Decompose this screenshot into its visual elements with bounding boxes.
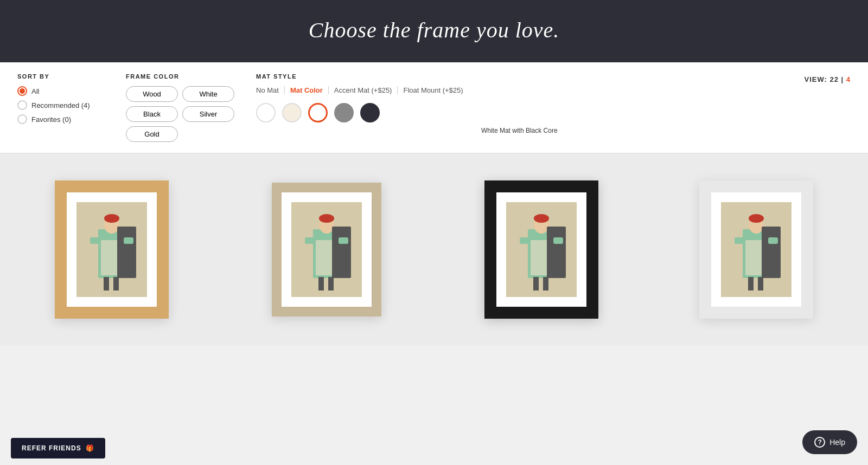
swatch-off-white[interactable] (282, 103, 302, 122)
svg-rect-28 (520, 237, 529, 244)
frame-mat-4 (711, 192, 801, 307)
view-separator: | (841, 75, 846, 83)
sort-by-label: SORT BY (17, 73, 104, 80)
frame-color-grid: Wood White Black Silver Gold (126, 86, 234, 142)
sort-all[interactable]: All (17, 86, 104, 96)
sort-all-label: All (31, 87, 39, 95)
swatch-dark[interactable] (360, 103, 380, 122)
svg-rect-29 (553, 237, 563, 244)
frame-black (484, 180, 598, 319)
sort-recommended-radio[interactable] (17, 100, 27, 110)
product-card-1[interactable] (11, 170, 213, 330)
frame-tan (272, 183, 381, 317)
mat-style-label: MAT STYLE (256, 73, 782, 80)
svg-rect-38 (735, 237, 744, 244)
sort-favorites[interactable]: Favorites (0) (17, 114, 104, 124)
frame-wood (55, 180, 169, 319)
svg-point-24 (534, 214, 549, 223)
frame-btn-white[interactable]: White (182, 86, 234, 102)
svg-rect-6 (104, 277, 109, 290)
color-swatches (256, 103, 782, 122)
svg-point-4 (104, 214, 119, 223)
product-card-2[interactable] (226, 170, 427, 330)
sort-by-group: All Recommended (4) Favorites (0) (17, 86, 104, 124)
svg-rect-18 (305, 237, 315, 244)
frame-white (699, 180, 813, 319)
view-toggle: VIEW: 22 | 4 (804, 73, 851, 83)
frame-btn-black[interactable]: Black (126, 106, 178, 122)
mat-tab-float-mount[interactable]: Float Mount (+$25) (398, 86, 468, 94)
swatch-white[interactable] (256, 103, 276, 122)
svg-rect-27 (543, 277, 548, 290)
mat-tabs: No Mat Mat Color Accent Mat (+$25) Float… (256, 86, 782, 94)
product-card-3[interactable] (441, 170, 642, 330)
swatch-white-black-core[interactable] (308, 103, 328, 122)
view-2[interactable]: 2 (829, 75, 834, 83)
art-image-3 (506, 202, 577, 297)
svg-rect-25 (547, 227, 566, 278)
header: Choose the frame you love. (0, 0, 868, 62)
sort-favorites-label: Favorites (0) (31, 115, 71, 124)
mat-tab-no-mat[interactable]: No Mat (256, 86, 285, 94)
sort-all-radio[interactable] (17, 86, 27, 96)
svg-rect-36 (748, 277, 754, 290)
frame-mat-3 (496, 192, 586, 307)
frame-color-section: FRAME COLOR Wood White Black Silver Gold (126, 73, 234, 142)
sort-favorites-radio[interactable] (17, 114, 27, 124)
svg-rect-5 (117, 227, 136, 278)
swatch-gray[interactable] (334, 103, 354, 122)
svg-rect-15 (332, 227, 351, 278)
sort-by-section: SORT BY All Recommended (4) Favorites (0… (17, 73, 104, 124)
page-title: Choose the frame you love. (0, 17, 868, 43)
svg-point-14 (319, 214, 334, 223)
selected-swatch-label: White Mat with Black Core (256, 127, 782, 134)
art-image-2 (291, 202, 362, 297)
frame-btn-wood[interactable]: Wood (126, 86, 178, 102)
view-2-num[interactable]: 2 (834, 75, 839, 83)
svg-rect-26 (533, 277, 539, 290)
products-grid (0, 153, 868, 346)
view-4[interactable]: 4 (846, 75, 851, 83)
svg-rect-17 (328, 277, 334, 290)
svg-rect-39 (768, 237, 778, 244)
svg-rect-7 (113, 277, 119, 290)
product-card-4[interactable] (655, 170, 857, 330)
svg-rect-16 (318, 277, 324, 290)
art-image-4 (721, 202, 792, 297)
mat-tab-mat-color[interactable]: Mat Color (285, 86, 329, 94)
svg-point-34 (749, 214, 764, 223)
frame-mat-1 (67, 192, 157, 307)
art-image-1 (76, 202, 147, 297)
filter-bar: SORT BY All Recommended (4) Favorites (0… (0, 62, 868, 153)
frame-btn-gold[interactable]: Gold (126, 126, 178, 142)
svg-rect-37 (758, 277, 763, 290)
svg-rect-9 (124, 237, 133, 244)
sort-recommended[interactable]: Recommended (4) (17, 100, 104, 110)
frame-color-label: FRAME COLOR (126, 73, 234, 80)
mat-style-section: MAT STYLE No Mat Mat Color Accent Mat (+… (256, 73, 782, 134)
view-label: VIEW: (804, 75, 827, 83)
frame-mat-2 (282, 192, 372, 307)
frame-btn-silver[interactable]: Silver (182, 106, 234, 122)
svg-rect-35 (762, 227, 781, 278)
svg-rect-19 (339, 237, 348, 244)
mat-tab-accent-mat[interactable]: Accent Mat (+$25) (329, 86, 398, 94)
sort-recommended-label: Recommended (4) (31, 101, 90, 109)
svg-rect-8 (90, 237, 100, 244)
